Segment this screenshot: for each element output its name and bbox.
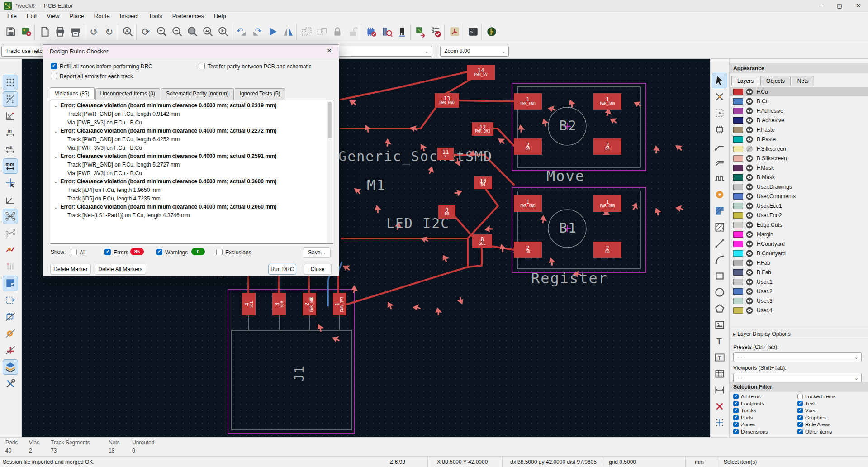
layer-row-edge.cuts[interactable]: Edge.Cuts — [730, 220, 868, 229]
eye-icon[interactable] — [746, 183, 753, 191]
menu-view[interactable]: View — [42, 13, 64, 19]
flip-board-view-icon[interactable] — [266, 24, 280, 39]
draw-rectangle-icon[interactable] — [712, 269, 727, 283]
lock-icon[interactable] — [330, 24, 345, 39]
layer-color-swatch[interactable] — [733, 89, 743, 95]
violation-item[interactable]: Track [/D5] on F.Cu, length 4.7235 mm — [54, 193, 333, 202]
pad-1[interactable]: 1PWR_GND — [514, 195, 542, 212]
update-pcb-from-schematic-icon[interactable] — [413, 24, 428, 39]
filter-dimensions[interactable]: Dimensions — [733, 429, 797, 436]
menu-file[interactable]: File — [3, 13, 21, 19]
menu-place[interactable]: Place — [65, 13, 89, 19]
drc-close-icon[interactable]: ✕ — [324, 47, 334, 56]
add-dimension-icon[interactable] — [712, 383, 727, 397]
layer-color-swatch[interactable] — [733, 98, 743, 105]
mirror-icon[interactable] — [281, 24, 295, 39]
units-mils-icon[interactable]: mil — [3, 142, 18, 157]
eye-icon[interactable] — [746, 155, 753, 162]
violation-item[interactable]: Track [PWR_GND] on F.Cu, length 5.2727 m… — [54, 159, 333, 168]
violations-list[interactable]: ⌄Error: Clearance violation (board minim… — [50, 100, 333, 244]
violation-title[interactable]: ⌄Error: Clearance violation (board minim… — [54, 102, 333, 109]
units-mm-icon[interactable]: mm — [3, 159, 18, 173]
eye-icon[interactable] — [746, 212, 753, 219]
layer-row-b.mask[interactable]: B.Mask — [730, 172, 868, 182]
violation-item[interactable]: Via [PWR_3V3] on F.Cu - B.Cu — [54, 117, 333, 126]
maximize-button[interactable]: ▢ — [830, 0, 849, 12]
eye-icon[interactable] — [746, 269, 753, 276]
layer-row-user.eco2[interactable]: User.Eco2 — [730, 210, 868, 220]
hide-ratsnest-net-icon[interactable] — [3, 259, 18, 274]
eye-icon[interactable] — [746, 88, 753, 95]
zoom-in-icon[interactable] — [155, 24, 169, 39]
pcb-text[interactable]: Register — [531, 270, 608, 287]
undo-icon[interactable]: ↺ — [87, 24, 101, 39]
zone-outlines-icon[interactable] — [3, 293, 18, 307]
layer-row-f.cu[interactable]: F.Cu — [730, 87, 868, 96]
pad-11[interactable]: 11x — [437, 148, 454, 160]
filter-graphics[interactable]: Graphics — [797, 415, 865, 422]
scrollbar[interactable] — [327, 101, 332, 244]
layer-color-swatch[interactable] — [733, 288, 743, 295]
refill-zones-checkbox[interactable]: Refill all zones before performing DRC — [51, 63, 152, 70]
properties-tools-icon[interactable] — [3, 376, 18, 391]
layer-row-b.paste[interactable]: B.Paste — [730, 134, 868, 144]
layer-color-swatch[interactable] — [733, 307, 743, 314]
eye-icon[interactable] — [746, 250, 753, 257]
pad-2[interactable]: 2D9 — [593, 138, 621, 155]
pad-8[interactable]: 8SCL — [472, 234, 492, 248]
pcb-text[interactable]: D_Generic_SocketSMD — [320, 148, 493, 164]
draw-line-icon[interactable] — [712, 236, 727, 251]
violation-title[interactable]: ⌄Error: Clearance violation (board minim… — [54, 153, 333, 159]
eye-icon[interactable] — [746, 240, 753, 248]
local-ratsnest-icon[interactable] — [712, 106, 727, 120]
layer-color-swatch[interactable] — [733, 203, 743, 209]
eye-icon[interactable] — [746, 221, 753, 229]
zone-fills-icon[interactable] — [3, 276, 18, 291]
pad-2[interactable]: 2D8 — [593, 242, 621, 258]
filter-other-items[interactable]: Other items — [797, 429, 865, 436]
layer-row-b.fab[interactable]: B.Fab — [730, 267, 868, 277]
add-via-icon[interactable] — [712, 187, 727, 202]
violation-item[interactable]: Track [PWR_GND] on F.Cu, length 0.9142 m… — [54, 109, 333, 117]
violation-title[interactable]: ⌄Error: Clearance violation (board minim… — [54, 204, 333, 210]
rule-area-icon[interactable] — [712, 220, 727, 234]
pad-12[interactable]: 12PWR_3V3 — [472, 122, 493, 136]
ungroup-icon[interactable] — [315, 24, 329, 39]
layer-row-user.1[interactable]: User.1 — [730, 277, 868, 286]
run-drc-button[interactable]: Run DRC — [268, 264, 296, 275]
layer-color-swatch[interactable] — [733, 279, 743, 285]
plugins-icon[interactable] — [484, 24, 499, 39]
add-text-icon[interactable]: T — [712, 334, 727, 348]
pad-14[interactable]: 14PWR_5V — [467, 65, 495, 80]
layer-color-swatch[interactable] — [733, 222, 743, 228]
scrollbar-thumb[interactable] — [328, 102, 332, 138]
minimize-button[interactable]: – — [811, 0, 830, 12]
eye-icon[interactable] — [746, 297, 753, 305]
layer-color-swatch[interactable] — [733, 241, 743, 247]
layer-color-swatch[interactable] — [733, 155, 743, 162]
ratsnest-visibility-icon[interactable] — [3, 209, 18, 224]
zoom-combo[interactable]: Zoom 8.00⌄ — [440, 46, 509, 57]
save-button[interactable]: Save... — [303, 247, 331, 258]
redo-alt-icon[interactable]: ↷ — [250, 24, 265, 39]
filter-vias[interactable]: Vias — [797, 408, 865, 415]
filter-tracks[interactable]: Tracks — [733, 408, 797, 415]
eye-icon[interactable] — [746, 278, 753, 286]
undo-alt-icon[interactable]: ↶ — [235, 24, 249, 39]
show-errors-checkbox[interactable]: Errors — [104, 249, 128, 256]
violation-item[interactable]: Via [PWR_3V3] on F.Cu - B.Cu — [54, 168, 333, 176]
layer-row-b.cu[interactable]: B.Cu — [730, 96, 868, 106]
pad-13[interactable]: 13PWR_GND — [435, 93, 459, 108]
add-textbox-icon[interactable]: T — [712, 350, 727, 365]
close-button[interactable]: ✕ — [849, 0, 868, 12]
find-icon[interactable]: A — [121, 24, 135, 39]
filter-all-items[interactable]: All items — [733, 394, 797, 401]
eye-icon[interactable] — [746, 174, 753, 181]
delete-all-markers-button[interactable]: Delete All Markers — [95, 264, 146, 275]
pcb-text[interactable]: Move — [546, 167, 585, 185]
pcb-text[interactable]: M1 — [367, 176, 386, 194]
pad-1[interactable]: 1PWR_GND — [593, 93, 621, 110]
layer-row-f.adhesive[interactable]: F.Adhesive — [730, 106, 868, 115]
layer-row-user.eco1[interactable]: User.Eco1 — [730, 201, 868, 210]
layer-color-swatch[interactable] — [733, 165, 743, 171]
